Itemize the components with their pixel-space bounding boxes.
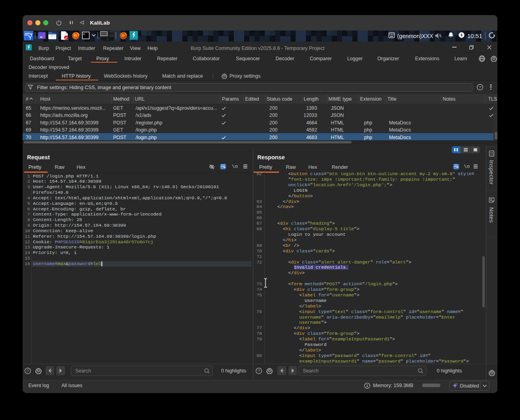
svg-text:?: ? [479,85,481,89]
svg-text:?: ? [27,368,29,373]
svg-text:$_: $_ [83,32,86,35]
svg-text:?: ? [258,368,260,373]
